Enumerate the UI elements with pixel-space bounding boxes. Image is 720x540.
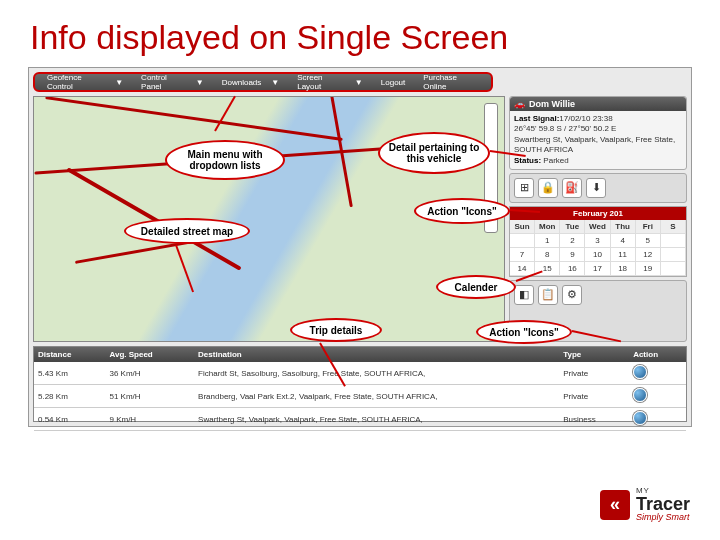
status: Status: Parked	[514, 156, 682, 166]
download-icon[interactable]: ⬇	[586, 178, 606, 198]
callout-street-map: Detailed street map	[124, 218, 250, 244]
table-row[interactable]: 0.54 Km9 Km/HSwartberg St, Vaalpark, Vaa…	[34, 408, 686, 431]
callout-trip-details: Trip details	[290, 318, 382, 342]
callout-action-icons: Action "Icons"	[414, 198, 510, 224]
chevron-down-icon: ▼	[192, 78, 208, 87]
last-signal: Last Signal:17/02/10 23:38	[514, 114, 682, 124]
action-icons-row: ⊞ 🔒 ⛽ ⬇	[509, 173, 687, 203]
callout-calendar: Calender	[436, 275, 516, 299]
globe-icon[interactable]	[633, 365, 647, 379]
col-distance[interactable]: Distance	[34, 347, 105, 362]
vehicle-owner: Dom Willie	[529, 99, 575, 109]
menu-item-control-panel[interactable]: Control Panel▼	[133, 73, 212, 91]
calendar-month: February 201	[510, 207, 686, 220]
action-icon[interactable]: 📋	[538, 285, 558, 305]
menu-item-geofence[interactable]: Geofence Control▼	[39, 73, 131, 91]
chart-icon[interactable]: ⊞	[514, 178, 534, 198]
callout-vehicle-detail: Detail pertaining to this vehicle	[378, 132, 490, 174]
app-screenshot: Geofence Control▼ Control Panel▼ Downloa…	[28, 67, 692, 427]
menu-item-downloads[interactable]: Downloads▼	[214, 78, 288, 87]
callout-main-menu: Main menu with dropdown lists	[165, 140, 285, 180]
chevron-down-icon: ▼	[351, 78, 367, 87]
globe-icon[interactable]	[633, 388, 647, 402]
callout-action-icons-2: Action "Icons"	[476, 320, 572, 344]
col-speed[interactable]: Avg. Speed	[105, 347, 194, 362]
calendar-grid: SunMonTueWedThuFriS 12345 789101112 1415…	[510, 220, 686, 276]
action-icon[interactable]: ◧	[514, 285, 534, 305]
logo-tracer: Tracer	[636, 495, 690, 513]
vehicle-detail-panel: 🚗Dom Willie Last Signal:17/02/10 23:38 2…	[509, 96, 687, 170]
car-icon: 🚗	[514, 99, 525, 109]
address: Swartberg St, Vaalpark, Vaalpark, Free S…	[514, 135, 682, 156]
main-menu: Geofence Control▼ Control Panel▼ Downloa…	[33, 72, 493, 92]
table-row[interactable]: 5.28 Km51 Km/HBrandberg, Vaal Park Ext.2…	[34, 385, 686, 408]
chevron-down-icon: ▼	[267, 78, 283, 87]
coordinates: 26°45' 59.8 S / 27°50' 50.2 E	[514, 124, 682, 134]
brand-logo: « MY Tracer Simply Smart	[600, 487, 690, 522]
col-type[interactable]: Type	[559, 347, 629, 362]
calendar-widget[interactable]: February 201 SunMonTueWedThuFriS 12345 7…	[509, 206, 687, 277]
action-icon[interactable]: ⚙	[562, 285, 582, 305]
table-row[interactable]: 5.43 Km36 Km/HFichardt St, Sasolburg, Sa…	[34, 362, 686, 385]
col-action[interactable]: Action	[629, 347, 686, 362]
menu-item-purchase[interactable]: Purchase Online	[415, 73, 487, 91]
logo-mark-icon: «	[600, 490, 630, 520]
lock-icon[interactable]: 🔒	[538, 178, 558, 198]
menu-item-screen-layout[interactable]: Screen Layout▼	[289, 73, 371, 91]
menu-item-logout[interactable]: Logout	[373, 78, 413, 87]
col-destination[interactable]: Destination	[194, 347, 559, 362]
chevron-down-icon: ▼	[111, 78, 127, 87]
logo-tagline: Simply Smart	[636, 513, 690, 522]
fuel-icon[interactable]: ⛽	[562, 178, 582, 198]
trip-details-table: Distance Avg. Speed Destination Type Act…	[33, 346, 687, 422]
slide-title: Info displayed on Single Screen	[0, 0, 720, 67]
globe-icon[interactable]	[633, 411, 647, 425]
